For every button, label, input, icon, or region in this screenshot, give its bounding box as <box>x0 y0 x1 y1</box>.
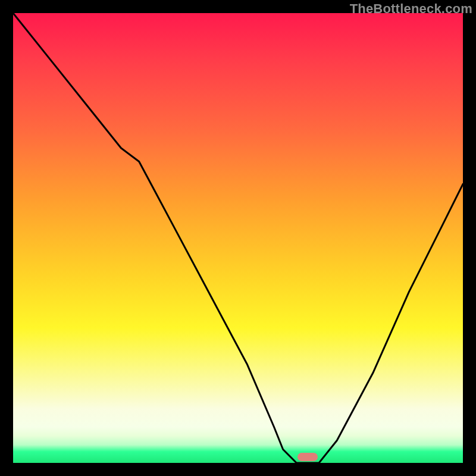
bottleneck-curve <box>13 13 463 463</box>
watermark-text: TheBottleneck.com <box>350 1 472 17</box>
optimal-point-marker <box>298 453 318 461</box>
chart-frame: TheBottleneck.com <box>0 0 476 476</box>
plot-area <box>13 13 463 463</box>
